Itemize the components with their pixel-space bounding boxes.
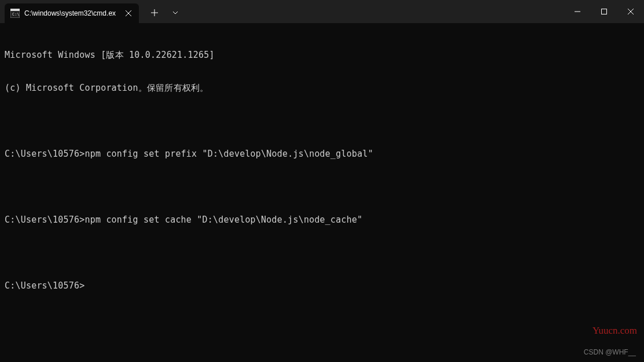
tab-close-button[interactable] bbox=[124, 9, 133, 18]
tab-dropdown-button[interactable] bbox=[165, 3, 185, 23]
terminal-line bbox=[5, 182, 639, 193]
tab-actions bbox=[139, 0, 185, 23]
svg-rect-1 bbox=[10, 9, 20, 11]
titlebar: C:\ C:\windows\system32\cmd.ex bbox=[0, 0, 644, 23]
terminal-line: C:\Users\10576>npm config set cache "D:\… bbox=[5, 215, 639, 226]
maximize-button[interactable] bbox=[591, 0, 617, 23]
cmd-icon: C:\ bbox=[10, 9, 20, 18]
svg-text:C:\: C:\ bbox=[12, 12, 20, 17]
terminal-line: C:\Users\10576>npm config set prefix "D:… bbox=[5, 149, 639, 160]
minimize-button[interactable] bbox=[564, 0, 591, 23]
watermark-sub: CSDN @WHF__ bbox=[584, 348, 636, 356]
close-button[interactable] bbox=[617, 0, 644, 23]
tab-title: C:\windows\system32\cmd.ex bbox=[24, 9, 119, 17]
terminal-line: (c) Microsoft Corporation。保留所有权利。 bbox=[5, 83, 639, 94]
titlebar-drag-area[interactable] bbox=[185, 0, 564, 23]
terminal-line: Microsoft Windows [版本 10.0.22621.1265] bbox=[5, 50, 639, 61]
terminal-line bbox=[5, 248, 639, 258]
watermark-main: Yuucn.com bbox=[593, 325, 637, 337]
terminal-output[interactable]: Microsoft Windows [版本 10.0.22621.1265] (… bbox=[0, 23, 644, 307]
terminal-line: C:\Users\10576> bbox=[5, 280, 639, 291]
new-tab-button[interactable] bbox=[145, 3, 164, 23]
tab-cmd[interactable]: C:\ C:\windows\system32\cmd.ex bbox=[5, 3, 139, 23]
svg-rect-8 bbox=[602, 9, 607, 14]
terminal-line bbox=[5, 116, 639, 127]
window-controls bbox=[564, 0, 644, 23]
